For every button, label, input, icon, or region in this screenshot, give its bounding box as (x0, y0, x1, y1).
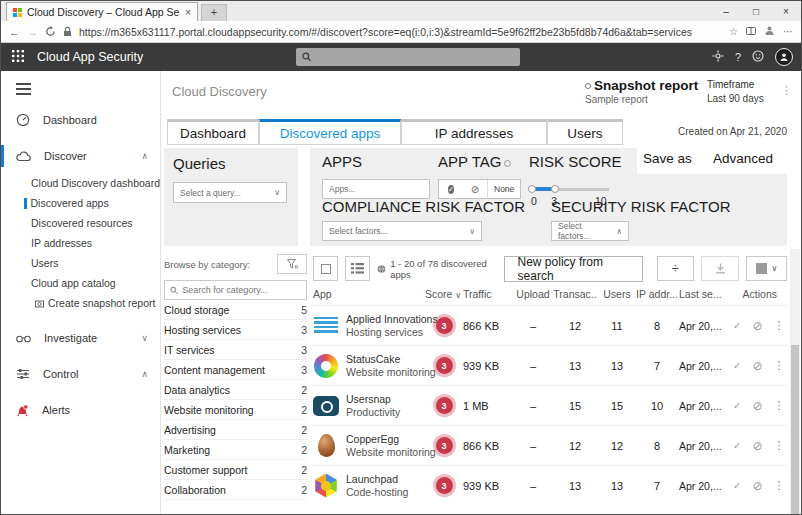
sidebar-item-dashboard[interactable]: Dashboard (1, 109, 160, 131)
chevron-up-icon[interactable]: ∧ (141, 151, 148, 161)
help-icon[interactable]: ? (735, 51, 741, 63)
tab-users[interactable]: Users (547, 119, 623, 145)
sidebar-item-discovered-apps[interactable]: Discovered apps (31, 193, 160, 213)
table-row[interactable]: LaunchpadCode-hosting 3 939 KB – 13 13 7… (313, 465, 787, 505)
scrollbar-thumb[interactable] (791, 345, 799, 515)
app-launcher-icon[interactable] (12, 48, 24, 66)
sidebar-item-discover[interactable]: Discover ∧ (1, 145, 160, 167)
sanction-check-icon[interactable]: ✓ (733, 400, 741, 411)
slider-handle-min[interactable] (528, 185, 536, 193)
row-more-icon[interactable]: ⋮ (773, 359, 784, 372)
report-selector[interactable]: Snapshot report Sample report (585, 78, 698, 105)
tab-close-icon[interactable]: × (185, 7, 191, 18)
col-header-ip[interactable]: IP addr... (635, 288, 679, 300)
forward-icon[interactable]: → (27, 26, 38, 38)
row-more-icon[interactable]: ⋮ (773, 319, 784, 332)
select-all-checkbox[interactable] (313, 256, 338, 281)
sidebar-item-investigate[interactable]: Investigate ∨ (1, 327, 160, 349)
tag-sanctioned-button[interactable]: ✓ (439, 183, 463, 196)
new-tab-button[interactable]: + (201, 4, 227, 21)
sidebar-item-ip-addresses[interactable]: IP addresses (31, 233, 160, 253)
category-item[interactable]: Collaboration2 (164, 480, 307, 500)
col-header-app[interactable]: App (313, 288, 425, 300)
sidebar-item-discovered-resources[interactable]: Discovered resources (31, 213, 160, 233)
row-more-icon[interactable]: ⋮ (773, 439, 784, 452)
window-close-button[interactable]: × (771, 6, 801, 17)
category-item[interactable]: Cloud storage5 (164, 300, 307, 320)
back-icon[interactable]: ← (9, 26, 20, 38)
unsanction-block-icon[interactable]: ⊘ (752, 439, 762, 453)
vertical-scrollbar[interactable] (790, 249, 800, 514)
advanced-button[interactable]: Advanced (713, 151, 773, 166)
tab-dashboard[interactable]: Dashboard (167, 119, 259, 145)
col-header-traffic[interactable]: Traffic (463, 288, 515, 300)
table-row[interactable]: UsersnapProductivity 3 1 MB – 15 15 10 A… (313, 385, 787, 425)
unsanction-block-icon[interactable]: ⊘ (752, 479, 762, 493)
sidebar-item-cloud-discovery-dashboard[interactable]: Cloud Discovery dashboard (31, 173, 160, 193)
category-search-input[interactable] (182, 285, 301, 295)
timeframe-selector[interactable]: Timeframe Last 90 days (707, 79, 764, 104)
sanction-check-icon[interactable]: ✓ (733, 480, 741, 491)
category-item[interactable]: Marketing2 (164, 440, 307, 460)
security-risk-select[interactable]: Select factors... ∧ (551, 221, 629, 241)
col-header-transactions[interactable]: Transac.. (551, 288, 599, 300)
export-download-button[interactable] (701, 256, 739, 281)
sidebar-item-alerts[interactable]: Alerts (1, 399, 160, 421)
queries-select[interactable]: Select a query... ∨ (173, 182, 287, 203)
sidebar-item-cloud-app-catalog[interactable]: Cloud app catalog (31, 273, 160, 293)
reading-view-icon[interactable] (746, 26, 756, 38)
refresh-icon[interactable] (45, 23, 56, 41)
sanction-check-icon[interactable]: ✓ (733, 440, 741, 451)
global-search-input[interactable] (312, 52, 514, 63)
tag-none-button[interactable]: None (487, 180, 520, 198)
table-row[interactable]: Applied InnovationsHosting services 3 86… (313, 305, 787, 345)
col-header-upload[interactable]: Upload (515, 288, 551, 300)
window-maximize-button[interactable]: □ (741, 6, 771, 17)
category-item[interactable]: Website monitoring2 (164, 400, 307, 420)
menu-hamburger-icon[interactable] (16, 83, 31, 95)
profile-icon[interactable] (764, 25, 775, 38)
chevron-up-icon[interactable]: ∧ (141, 369, 148, 379)
sidebar-item-users[interactable]: Users (31, 253, 160, 273)
row-more-icon[interactable]: ⋮ (773, 399, 784, 412)
address-input[interactable] (79, 26, 722, 38)
apps-filter-input[interactable] (322, 179, 430, 199)
user-avatar[interactable] (775, 48, 793, 66)
category-search-box[interactable] (164, 280, 307, 300)
sidebar-item-create-snapshot-report[interactable]: Create snapshot report (35, 293, 160, 313)
table-view-icon[interactable] (345, 256, 370, 281)
unsanction-block-icon[interactable]: ⊘ (752, 359, 762, 373)
category-item[interactable]: Customer support2 (164, 460, 307, 480)
col-header-users[interactable]: Users (599, 288, 635, 300)
unsanction-block-icon[interactable]: ⊘ (752, 319, 762, 333)
clear-category-filter-button[interactable] (277, 254, 307, 274)
chevron-down-icon[interactable]: ∨ (141, 333, 148, 343)
slider-handle-max[interactable] (551, 185, 559, 193)
save-as-button[interactable]: Save as (643, 151, 692, 166)
unsanction-block-icon[interactable]: ⊘ (752, 399, 762, 413)
window-minimize-button[interactable]: – (711, 6, 741, 17)
row-density-button[interactable]: ÷ (657, 256, 695, 281)
columns-settings-button[interactable]: ∨ (746, 256, 787, 281)
tab-discovered-apps[interactable]: Discovered apps (259, 119, 401, 145)
browser-tab[interactable]: Cloud Discovery – Cloud App Se × (6, 2, 198, 21)
compliance-risk-select[interactable]: Select factors... ∨ (322, 221, 482, 241)
tag-unsanctioned-button[interactable]: ⊘ (463, 184, 487, 195)
header-more-icon[interactable]: ⋮ (781, 84, 792, 97)
sidebar-item-control[interactable]: Control ∧ (1, 363, 160, 385)
table-row[interactable]: StatusCakeWebsite monitoring 3 939 KB – … (313, 345, 787, 385)
row-more-icon[interactable]: ⋮ (773, 479, 784, 492)
sanction-check-icon[interactable]: ✓ (733, 360, 741, 371)
favorites-star-icon[interactable]: ☆ (729, 26, 738, 37)
category-item[interactable]: Hosting services3 (164, 320, 307, 340)
browser-more-icon[interactable]: ⋯ (783, 26, 793, 37)
category-item[interactable]: Content management3 (164, 360, 307, 380)
col-header-score[interactable]: Score ∨ (425, 288, 463, 300)
table-row[interactable]: CopperEggWebsite monitoring 3 866 KB – 1… (313, 425, 787, 465)
category-item[interactable]: Advertising2 (164, 420, 307, 440)
category-item[interactable]: IT services3 (164, 340, 307, 360)
slider-track[interactable] (531, 188, 609, 191)
new-policy-button[interactable]: New policy from search (504, 256, 643, 282)
category-item[interactable]: Data analytics2 (164, 380, 307, 400)
global-search-box[interactable] (296, 48, 520, 66)
